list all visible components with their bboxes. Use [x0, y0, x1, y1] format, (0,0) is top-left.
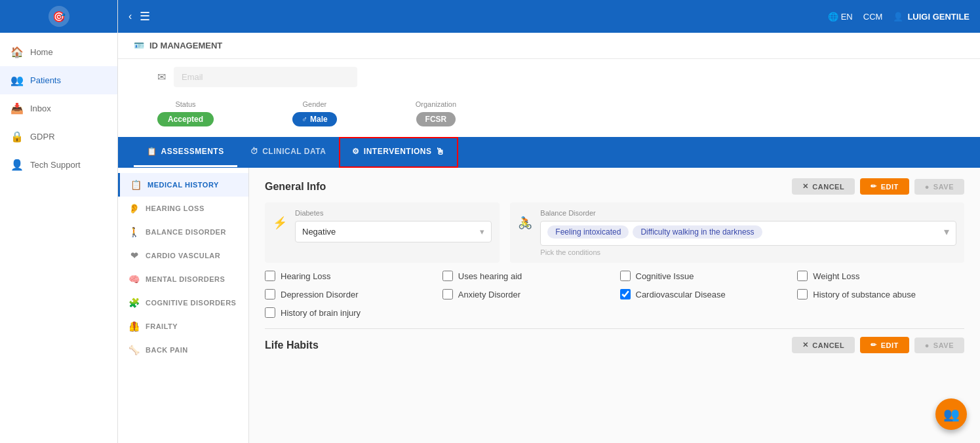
left-menu-cognitive-disorders[interactable]: 🧩 COGNITIVE DISORDERS: [118, 291, 248, 315]
tab-assessments[interactable]: 📋 ASSESSMENTS: [134, 138, 237, 167]
checkbox-cognitive-issue[interactable]: Cognitive Issue: [620, 271, 787, 281]
general-info-actions: ✕ CANCEL ✏ EDIT ● SAVE: [792, 178, 964, 195]
checkbox-history-substance-abuse-input[interactable]: [797, 289, 808, 299]
back-button[interactable]: ‹: [128, 10, 132, 22]
frailty-icon: 🦺: [128, 321, 140, 332]
general-info-cancel-button[interactable]: ✕ CANCEL: [792, 178, 855, 195]
fab-button[interactable]: 👥: [935, 398, 967, 430]
tab-bar: 📋 ASSESSMENTS ⏱ CLINICAL DATA ⚙ INTERVEN…: [118, 137, 980, 168]
life-habits-edit-button[interactable]: ✏ EDIT: [860, 337, 909, 353]
fields-row: ⚡ Diabetes Negative ▾ 🚴 Balance Disorder: [265, 202, 964, 263]
gender-value: Male: [310, 115, 328, 124]
checkbox-weight-loss-input[interactable]: [797, 271, 808, 281]
left-menu-back-pain[interactable]: 🦴 BACK PAIN: [118, 338, 248, 362]
life-habits-actions: ✕ CANCEL ✏ EDIT ● SAVE: [792, 337, 964, 353]
clinical-data-icon: ⏱: [250, 147, 259, 156]
diabetes-label: Diabetes: [295, 209, 492, 217]
mental-disorders-icon: 🧠: [128, 274, 140, 284]
fab-icon: 👥: [943, 406, 960, 422]
user-name: LUIGI GENTILE: [907, 12, 970, 22]
user-menu[interactable]: 👤 LUIGI GENTILE: [893, 12, 970, 22]
sidebar-item-inbox[interactable]: 📥 Inbox: [0, 94, 117, 123]
checkbox-weight-loss[interactable]: Weight Loss: [797, 271, 964, 281]
sidebar-item-home[interactable]: 🏠 Home: [0, 38, 117, 66]
left-menu-cardio-vascular[interactable]: ❤ CARDIO VASCULAR: [118, 244, 248, 267]
diabetes-field-content: Diabetes Negative ▾: [295, 209, 492, 242]
checkbox-cognitive-issue-input[interactable]: [620, 271, 631, 281]
checkbox-history-brain-injury[interactable]: History of brain injury: [265, 307, 432, 318]
user-icon: 👤: [893, 12, 903, 22]
save-icon: ●: [925, 183, 930, 191]
male-icon: ♂: [302, 115, 307, 124]
app-logo-icon: 🎯: [49, 6, 69, 27]
balance-dropdown-arrow-icon: ▾: [944, 225, 949, 238]
left-menu-frailty[interactable]: 🦺 FRAILTY: [118, 315, 248, 338]
left-menu-mental-disorders[interactable]: 🧠 MENTAL DISORDERS: [118, 267, 248, 291]
checkbox-hearing-loss-input[interactable]: [265, 271, 275, 281]
life-habits-edit-icon: ✏: [871, 341, 877, 349]
balance-tags: Feeling intoxicated Difficulty walking i…: [547, 225, 762, 239]
frailty-label: FRAILTY: [146, 322, 178, 330]
checkbox-depression-disorder[interactable]: Depression Disorder: [265, 289, 432, 299]
checkbox-uses-hearing-aid[interactable]: Uses hearing aid: [442, 271, 610, 281]
life-habits-save-button[interactable]: ● SAVE: [914, 337, 964, 353]
checkbox-uses-hearing-aid-label: Uses hearing aid: [458, 271, 522, 281]
general-info-edit-button[interactable]: ✏ EDIT: [860, 178, 909, 195]
checkbox-cardiovascular-disease-input[interactable]: [620, 289, 631, 299]
sidebar: 🎯 🏠 Home 👥 Patients 📥 Inbox 🔒 GDPR 👤 Tec…: [0, 0, 118, 443]
checkbox-history-brain-injury-input[interactable]: [265, 307, 275, 318]
life-habits-save-icon: ●: [925, 341, 930, 349]
language-label: EN: [841, 12, 853, 22]
email-area: ✉ ••••••••••••••••••: [118, 59, 980, 95]
diabetes-value: Negative: [302, 227, 336, 237]
status-label: Status: [175, 100, 195, 108]
interventions-icon: ⚙: [352, 147, 360, 156]
tech-support-icon: 👤: [10, 159, 24, 171]
diabetes-field: ⚡ Diabetes Negative ▾: [265, 202, 500, 263]
balance-field-content: Balance Disorder Feeling intoxicated Dif…: [540, 209, 956, 256]
checkbox-hearing-loss-label: Hearing Loss: [281, 271, 331, 281]
checkbox-uses-hearing-aid-input[interactable]: [442, 271, 453, 281]
globe-icon: 🌐: [828, 12, 838, 22]
left-menu-medical-history[interactable]: 📋 MEDICAL HISTORY: [118, 173, 248, 197]
tab-interventions[interactable]: ⚙ INTERVENTIONS 🖱: [339, 137, 458, 168]
checkbox-weight-loss-label: Weight Loss: [813, 271, 859, 281]
balance-tags-container[interactable]: Feeling intoxicated Difficulty walking i…: [540, 221, 956, 246]
menu-button[interactable]: ☰: [140, 9, 150, 24]
left-menu-hearing-loss[interactable]: 👂 HEARING LOSS: [118, 197, 248, 220]
content-area: 📋 MEDICAL HISTORY 👂 HEARING LOSS 🚶 BALAN…: [118, 168, 980, 443]
general-info-header: General Info ✕ CANCEL ✏ EDIT ● SAVE: [265, 178, 964, 195]
checkbox-cardiovascular-disease-label: Cardiovascular Disease: [636, 290, 726, 299]
sidebar-item-tech-support[interactable]: 👤 Tech Support: [0, 151, 117, 179]
checkbox-cardiovascular-disease[interactable]: Cardiovascular Disease: [620, 289, 787, 299]
checkbox-depression-disorder-input[interactable]: [265, 289, 275, 299]
sidebar-item-patients[interactable]: 👥 Patients: [0, 66, 117, 94]
checkbox-anxiety-disorder-input[interactable]: [442, 289, 453, 299]
checkbox-hearing-loss[interactable]: Hearing Loss: [265, 271, 432, 281]
checkbox-history-substance-abuse[interactable]: History of substance abuse: [797, 289, 964, 299]
id-management-header: 🪪 ID MANAGEMENT: [118, 33, 980, 59]
status-group: Status Accepted: [157, 100, 214, 126]
org-badge: FCSR: [416, 112, 456, 126]
tab-clinical-data[interactable]: ⏱ CLINICAL DATA: [237, 138, 340, 167]
assessments-icon: 📋: [147, 147, 157, 156]
home-icon: 🏠: [10, 46, 24, 58]
topbar: ‹ ☰ 🌐 EN CCM 👤 LUIGI GENTILE: [118, 0, 980, 33]
life-habits-cancel-button[interactable]: ✕ CANCEL: [792, 337, 855, 353]
cardio-vascular-icon: ❤: [128, 250, 140, 261]
language-selector[interactable]: 🌐 EN: [828, 12, 853, 22]
general-info-save-button[interactable]: ● SAVE: [914, 179, 964, 195]
general-info-title: General Info: [265, 181, 326, 193]
checkbox-anxiety-disorder[interactable]: Anxiety Disorder: [442, 289, 610, 299]
email-input[interactable]: ••••••••••••••••••: [174, 67, 357, 87]
balance-field-icon: 🚴: [518, 216, 532, 230]
medical-history-icon: 📋: [130, 180, 142, 190]
diabetes-field-icon: ⚡: [273, 216, 287, 230]
gender-group: Gender ♂ Male: [292, 100, 337, 126]
diabetes-select[interactable]: Negative ▾: [295, 221, 492, 242]
left-menu-balance-disorder[interactable]: 🚶 BALANCE DISORDER: [118, 220, 248, 244]
hearing-loss-label: HEARING LOSS: [146, 204, 205, 212]
cognitive-disorders-label: COGNITIVE DISORDERS: [146, 299, 236, 307]
gender-badge: ♂ Male: [292, 112, 337, 126]
sidebar-item-gdpr[interactable]: 🔒 GDPR: [0, 123, 117, 151]
